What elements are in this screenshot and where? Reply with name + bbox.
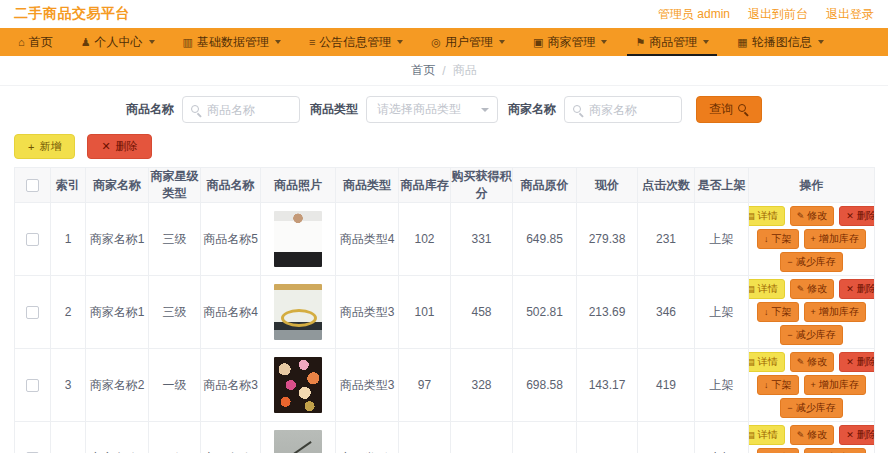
top-header: 二手商品交易平台 管理员 admin 退出到前台 退出登录	[0, 0, 888, 28]
下架-button[interactable]: ↓下架	[757, 302, 799, 322]
减少库存-button[interactable]: −减少库存	[780, 325, 842, 345]
logout-link[interactable]: 退出登录	[826, 6, 874, 23]
delete-button[interactable]: ✕ 删除	[87, 134, 151, 159]
nav-item-首页[interactable]: ⌂首页	[4, 28, 67, 56]
减少库存-button[interactable]: −减少库存	[780, 252, 842, 272]
action-line: ▤详情✎修改✕删除	[749, 206, 874, 226]
detail-icon: ▤	[749, 431, 755, 440]
nav-item-个人中心[interactable]: ♟个人中心	[67, 28, 169, 56]
详情-button[interactable]: ▤详情	[749, 279, 785, 299]
trash-icon: ✕	[101, 140, 110, 153]
product-type-cell: 商品类型3	[336, 276, 399, 349]
add-button[interactable]: + 新增	[14, 134, 75, 159]
nav-item-label: 商家管理	[547, 34, 595, 51]
修改-button[interactable]: ✎修改	[790, 352, 835, 372]
nav-item-label: 公告信息管理	[319, 34, 391, 51]
edit-icon: ✎	[797, 212, 805, 221]
删除-button[interactable]: ✕删除	[839, 352, 874, 372]
product-name-cell: 商品名称2	[201, 422, 261, 453]
listed-status-cell: 上架	[695, 349, 749, 422]
trash-icon: ✕	[846, 358, 854, 367]
query-button[interactable]: 查询	[696, 96, 762, 123]
增加库存-button[interactable]: +增加库存	[804, 302, 866, 322]
star-level-cell: 一级	[149, 349, 201, 422]
action-line: ↓下架+增加库存	[749, 448, 874, 453]
删除-button[interactable]: ✕删除	[839, 279, 874, 299]
admin-user-label[interactable]: 管理员 admin	[658, 6, 730, 23]
header-right: 管理员 admin 退出到前台 退出登录	[658, 6, 874, 23]
product-photo	[274, 357, 322, 413]
merchant-name-cell: 商家名称2	[86, 349, 149, 422]
product-type-select[interactable]: 请选择商品类型	[366, 96, 498, 123]
points-cell: 331	[451, 203, 513, 276]
nav-item-label: 轮播图信息	[752, 34, 812, 51]
product-name-input[interactable]	[207, 97, 299, 122]
action-line: ↓下架+增加库存	[749, 375, 874, 395]
detail-icon: ▤	[749, 212, 755, 221]
减少库存-button[interactable]: −减少库存	[780, 398, 842, 418]
select-all-checkbox[interactable]	[26, 179, 39, 192]
修改-button[interactable]: ✎修改	[790, 206, 835, 226]
original-price-cell: 634.8	[513, 422, 577, 453]
actions-cell: ▤详情✎修改✕删除↓下架+增加库存−减少库存	[749, 203, 875, 276]
product-type-cell: 商品类型3	[336, 349, 399, 422]
详情-button[interactable]: ▤详情	[749, 206, 785, 226]
action-button-label: 增加库存	[819, 307, 859, 317]
table-row: 4商家名称3三级商品名称2商品类型4101193634.8479.34308上架…	[15, 422, 875, 453]
修改-button[interactable]: ✎修改	[790, 279, 835, 299]
row-checkbox[interactable]	[26, 306, 39, 319]
column-header: 商品类型	[336, 168, 399, 203]
clicks-cell: 346	[638, 276, 695, 349]
actions-cell: ▤详情✎修改✕删除↓下架+增加库存−减少库存	[749, 276, 875, 349]
删除-button[interactable]: ✕删除	[839, 425, 874, 445]
action-button-label: 删除	[857, 284, 875, 294]
action-button-label: 删除	[857, 211, 875, 221]
column-header: 商品原价	[513, 168, 577, 203]
下架-button[interactable]: ↓下架	[757, 229, 799, 249]
删除-button[interactable]: ✕删除	[839, 206, 874, 226]
chevron-down-icon	[703, 40, 709, 44]
action-button-label: 详情	[758, 211, 778, 221]
nav-item-商家管理[interactable]: ▣商家管理	[519, 28, 621, 56]
action-button-label: 详情	[758, 284, 778, 294]
toolbar: + 新增 ✕ 删除	[14, 134, 888, 159]
flag-icon: ⚑	[635, 36, 645, 49]
修改-button[interactable]: ✎修改	[790, 425, 835, 445]
search-field-label: 商品名称	[126, 101, 174, 118]
product-table: 索引商家名称商家星级类型商品名称商品照片商品类型商品库存购买获得积分商品原价现价…	[14, 167, 875, 453]
row-checkbox[interactable]	[26, 379, 39, 392]
增加库存-button[interactable]: +增加库存	[804, 448, 866, 453]
listed-status-cell: 上架	[695, 422, 749, 453]
column-header: 购买获得积分	[451, 168, 513, 203]
action-button-label: 删除	[857, 430, 875, 440]
nav-item-商品管理[interactable]: ⚑商品管理	[621, 28, 723, 56]
nav-item-label: 个人中心	[95, 34, 143, 51]
merchant-name-input[interactable]	[589, 97, 681, 122]
action-button-label: 修改	[807, 284, 827, 294]
original-price-cell: 649.85	[513, 203, 577, 276]
row-checkbox[interactable]	[26, 233, 39, 246]
增加库存-button[interactable]: +增加库存	[804, 229, 866, 249]
nav-item-基础数据管理[interactable]: ▥基础数据管理	[169, 28, 295, 56]
详情-button[interactable]: ▤详情	[749, 425, 785, 445]
action-button-label: 详情	[758, 430, 778, 440]
action-button-label: 删除	[857, 357, 875, 367]
nav-item-用户管理[interactable]: ◎用户管理	[417, 28, 519, 56]
下架-button[interactable]: ↓下架	[757, 448, 799, 453]
增加库存-button[interactable]: +增加库存	[804, 375, 866, 395]
trash-icon: ✕	[846, 212, 854, 221]
product-photo	[274, 284, 322, 340]
product-type-cell: 商品类型4	[336, 203, 399, 276]
trash-icon: ✕	[846, 285, 854, 294]
current-price-cell: 213.69	[577, 276, 638, 349]
下架-button[interactable]: ↓下架	[757, 375, 799, 395]
checkbox-cell	[15, 349, 51, 422]
detail-icon: ▤	[749, 285, 755, 294]
actions-cell: ▤详情✎修改✕删除↓下架+增加库存−减少库存	[749, 422, 875, 453]
详情-button[interactable]: ▤详情	[749, 352, 785, 372]
exit-to-front-link[interactable]: 退出到前台	[748, 6, 808, 23]
nav-item-轮播图信息[interactable]: ▦轮播图信息	[723, 28, 837, 56]
action-button-label: 详情	[758, 357, 778, 367]
nav-item-公告信息管理[interactable]: ≡公告信息管理	[295, 28, 417, 56]
breadcrumb-home[interactable]: 首页	[411, 62, 435, 79]
